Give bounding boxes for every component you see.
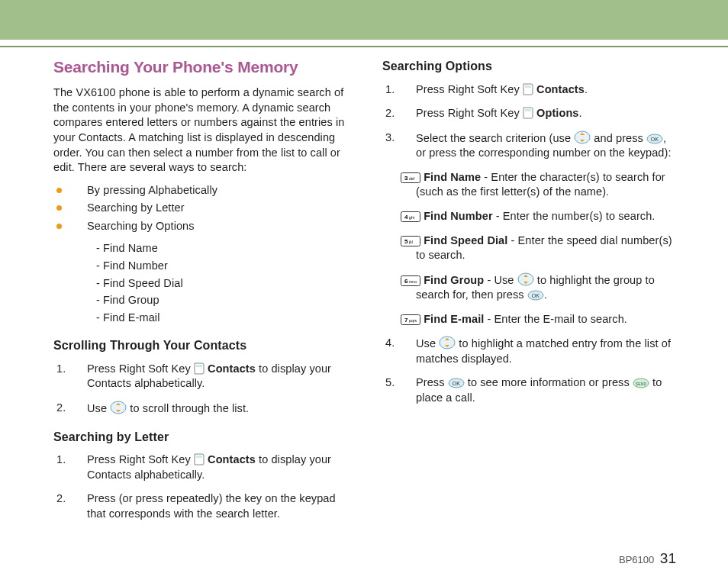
page-footer: BP6100 31 — [0, 530, 728, 567]
subfind-group: - Find Group — [53, 293, 346, 308]
letter-step-2: Press (or press repeatedly) the key on t… — [53, 491, 346, 521]
svg-text:pqrs: pqrs — [409, 318, 417, 323]
svg-text:5: 5 — [404, 238, 408, 245]
page-title: Searching Your Phone's Memory — [53, 56, 346, 78]
nav-key-icon — [574, 130, 591, 144]
right-softkey-icon — [523, 83, 533, 95]
intro-text: The VX6100 phone is able to perform a dy… — [53, 85, 346, 175]
opt-step-1: Press Right Soft Key Contacts. — [382, 82, 675, 98]
svg-text:6: 6 — [404, 278, 408, 285]
nav-key-icon — [517, 272, 534, 286]
svg-text:OK: OK — [651, 137, 659, 142]
header-bar — [0, 0, 728, 40]
options-steps-cont: Use to highlight a matched entry from th… — [382, 336, 675, 405]
subfind-number: - Find Number — [53, 259, 346, 274]
key-5-icon: 5jkl — [401, 236, 420, 246]
key-7-icon: 7pqrs — [401, 314, 420, 325]
subfind-name: - Find Name — [53, 241, 346, 256]
model-label: BP6100 — [619, 554, 654, 565]
right-softkey-icon — [194, 362, 205, 375]
svg-text:ghi: ghi — [409, 215, 414, 220]
contacts-label: Contacts — [536, 83, 585, 95]
key-4-icon: 4ghi — [401, 211, 420, 222]
options-label: Options — [536, 107, 578, 119]
key-3-icon: 3def — [401, 172, 420, 183]
svg-text:7: 7 — [404, 317, 408, 324]
opt-step-5: Press OK to see more information or pres… — [382, 375, 675, 405]
right-softkey-icon — [194, 453, 205, 465]
letter-steps: Press Right Soft Key Contacts to display… — [53, 453, 346, 521]
options-steps: Press Right Soft Key Contacts. Press Rig… — [382, 82, 675, 161]
scrolling-steps: Press Right Soft Key Contacts to display… — [53, 362, 346, 417]
ok-key-icon: OK — [646, 134, 663, 144]
find-group-label: Find Group — [424, 274, 484, 286]
header-rule — [0, 46, 728, 47]
svg-text:OK: OK — [532, 293, 540, 298]
bullet-options: Searching by Options — [53, 219, 346, 234]
heading-options: Searching Options — [382, 58, 675, 75]
bullet-alpha: By pressing Alphabetically — [53, 183, 346, 198]
find-name-label: Find Name — [424, 171, 481, 183]
svg-text:jkl: jkl — [408, 240, 413, 244]
heading-scrolling: Scrolling Through Your Contacts — [53, 337, 346, 354]
contacts-label: Contacts — [208, 362, 256, 375]
subfind-email: - Find E-mail — [53, 311, 346, 326]
find-speed-label: Find Speed Dial — [424, 234, 507, 246]
key-6-icon: 6mno — [401, 275, 420, 286]
scroll-step-1: Press Right Soft Key Contacts to display… — [53, 362, 346, 391]
bullet-letter: Searching by Letter — [53, 201, 346, 216]
svg-text:mno: mno — [409, 279, 417, 284]
send-key-icon: SEND — [633, 378, 649, 388]
find-email-label: Find E-mail — [424, 313, 484, 325]
key-5-item: 5jkl Find Speed Dial - Enter the speed d… — [382, 234, 675, 263]
heading-letter: Searching by Letter — [53, 429, 346, 446]
page-number: 31 — [660, 550, 676, 566]
key-4-item: 4ghi Find Number - Enter the number(s) t… — [382, 209, 675, 224]
opt-step-4: Use to highlight a matched entry from th… — [382, 336, 675, 366]
letter-step-1: Press Right Soft Key Contacts to display… — [53, 453, 346, 482]
svg-text:def: def — [409, 176, 415, 181]
key-6-item: 6mno Find Group - Use to highlight the g… — [382, 272, 675, 303]
opt-step-2: Press Right Soft Key Options. — [382, 106, 675, 121]
subfind-speed: - Find Speed Dial — [53, 276, 346, 292]
find-number-label: Find Number — [424, 210, 493, 222]
opt-step-3: Select the search criterion (use and pre… — [382, 130, 675, 161]
svg-text:3: 3 — [404, 175, 408, 182]
nav-key-icon — [110, 401, 127, 414]
right-softkey-icon — [523, 107, 533, 119]
svg-text:4: 4 — [404, 214, 408, 221]
content-columns: Searching Your Phone's Memory The VX6100… — [0, 56, 728, 530]
ok-key-icon: OK — [448, 378, 465, 388]
right-column: Searching Options Press Right Soft Key C… — [382, 56, 675, 530]
search-methods-list: By pressing Alphabetically Searching by … — [53, 183, 346, 234]
scroll-step-2: Use to scroll through the list. — [53, 401, 346, 417]
svg-text:OK: OK — [453, 381, 461, 386]
ok-key-icon: OK — [527, 290, 544, 301]
nav-key-icon — [439, 336, 456, 349]
key-7-item: 7pqrs Find E-mail - Enter the E-mail to … — [382, 312, 675, 327]
contacts-label: Contacts — [208, 453, 256, 465]
key-3-item: 3def Find Name - Enter the character(s) … — [382, 170, 675, 200]
left-column: Searching Your Phone's Memory The VX6100… — [53, 56, 346, 530]
svg-text:SEND: SEND — [636, 382, 647, 386]
